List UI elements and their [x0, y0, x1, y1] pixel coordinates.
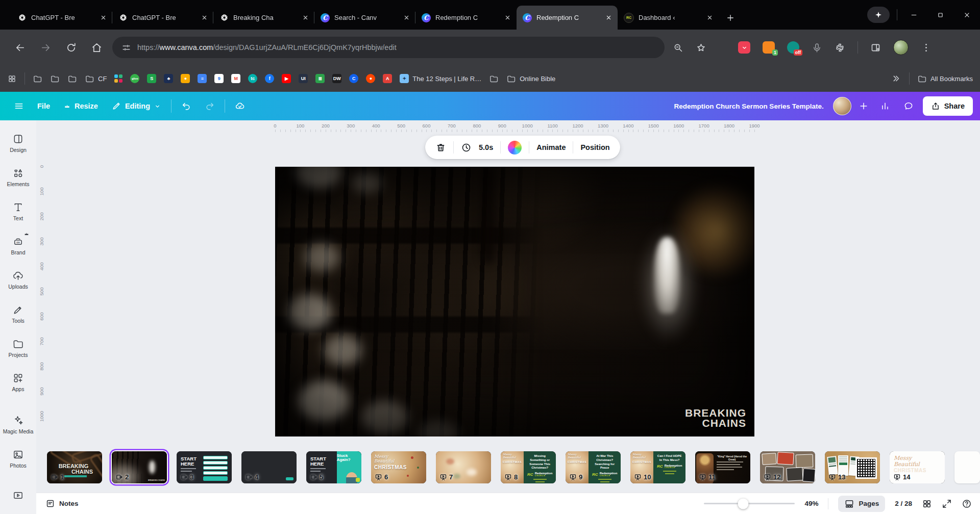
- resize-button[interactable]: Resize: [57, 96, 105, 116]
- browser-tab[interactable]: ChatGPT - Bre: [112, 6, 213, 30]
- extensions-puzzle-icon[interactable]: [835, 42, 845, 53]
- sidebar-item-elements[interactable]: Elements: [2, 162, 35, 193]
- sidebar-item-apps[interactable]: Apps: [2, 367, 35, 398]
- color-picker-button[interactable]: [508, 141, 522, 155]
- close-window-button[interactable]: [953, 0, 980, 30]
- page-thumbnail-10[interactable]: MessyBeautifulCHRISTMAS Can I Find HOPE …: [630, 451, 685, 483]
- bookmark-dw[interactable]: DW: [332, 74, 341, 83]
- bookmark-orange-app[interactable]: ●: [181, 74, 190, 83]
- sidebar-item-projects[interactable]: Projects: [2, 332, 35, 364]
- bookmark-teal-logo[interactable]: tc: [248, 74, 257, 83]
- zoom-level[interactable]: 49%: [804, 500, 818, 507]
- close-tab-icon[interactable]: [302, 14, 309, 21]
- page-thumbnail-3[interactable]: STARTHERE 3: [177, 451, 232, 483]
- bookmark-folder[interactable]: [33, 74, 42, 84]
- page-thumbnail-9[interactable]: MessyBeautifulCHRISTMAS At War This Chri…: [566, 451, 621, 483]
- sidebar-item-photos[interactable]: Photos: [2, 443, 35, 474]
- browser-tab[interactable]: Breaking Cha: [213, 6, 314, 30]
- duration-value[interactable]: 5.0s: [479, 143, 493, 151]
- all-bookmarks-button[interactable]: All Bookmarks: [917, 74, 973, 84]
- sidebar-item-brand[interactable]: coBrand: [2, 230, 35, 262]
- save-status-button[interactable]: [228, 96, 252, 116]
- design-canvas-page[interactable]: BREAKING CHAINS: [275, 167, 754, 436]
- zoom-icon[interactable]: [673, 42, 683, 53]
- page-thumbnail-8[interactable]: MessyBeautifulCHRISTMAS Missing Somethin…: [501, 451, 556, 483]
- page-thumbnail-14[interactable]: MessyBeautiful CHRISTMAS14: [890, 451, 945, 483]
- insights-button[interactable]: [876, 96, 894, 116]
- grid-view-button[interactable]: [922, 499, 932, 509]
- undo-button[interactable]: [175, 96, 198, 116]
- collaborator-avatar[interactable]: [833, 97, 851, 115]
- bookmark-folder[interactable]: [67, 74, 77, 84]
- new-tab-button[interactable]: [723, 10, 738, 25]
- help-button[interactable]: [962, 499, 972, 509]
- page-thumbnail-12[interactable]: 12: [760, 451, 815, 483]
- bookmark-reddit[interactable]: ●: [366, 74, 375, 83]
- bookmark-slack[interactable]: [114, 74, 122, 83]
- canvas-title-text[interactable]: BREAKING CHAINS: [678, 408, 746, 428]
- side-panel-icon[interactable]: [870, 42, 881, 53]
- browser-menu-icon[interactable]: [921, 42, 932, 53]
- sidebar-item-text[interactable]: Text: [2, 196, 35, 227]
- bookmark-gmail[interactable]: M: [231, 74, 240, 83]
- teal-extension-icon[interactable]: off: [787, 41, 799, 54]
- close-tab-icon[interactable]: [605, 14, 612, 21]
- bookmark-blue-c[interactable]: C: [349, 74, 358, 83]
- bookmark-red-a[interactable]: A: [383, 74, 392, 83]
- bookmark-gloo[interactable]: gloo: [130, 74, 139, 83]
- sidebar-item-partial[interactable]: [2, 480, 35, 511]
- reload-button[interactable]: [58, 36, 84, 59]
- bookmark-docs[interactable]: ≡: [198, 74, 207, 83]
- browser-tab[interactable]: ChatGPT - Bre: [11, 6, 112, 30]
- close-tab-icon[interactable]: [100, 14, 107, 21]
- close-tab-icon[interactable]: [706, 14, 714, 21]
- mic-icon[interactable]: [812, 42, 822, 53]
- page-thumbnail-partial[interactable]: [954, 451, 980, 483]
- forward-button[interactable]: [33, 36, 58, 59]
- page-thumbnail-1[interactable]: BREAKINGCHAINS 1: [47, 451, 102, 483]
- sidebar-item-magic-media[interactable]: Magic Media: [2, 408, 35, 440]
- design-title[interactable]: Redemption Church Sermon Series Template…: [674, 102, 824, 110]
- bookmark-calendar-9[interactable]: 9: [214, 74, 224, 83]
- bookmark-star-icon[interactable]: [696, 42, 706, 53]
- bookmark-folder[interactable]: [489, 74, 499, 84]
- bookmark-youtube[interactable]: ▶: [282, 74, 291, 83]
- home-button[interactable]: [84, 36, 109, 59]
- address-bar[interactable]: https://www.canva.com/design/DAG1urjZAuA…: [112, 37, 665, 58]
- browser-tab[interactable]: CSearch - Canv: [314, 6, 415, 30]
- maximize-button[interactable]: [927, 0, 953, 30]
- bookmark-steps[interactable]: ✦The 12 Steps | Life R…: [400, 74, 481, 83]
- page-thumbnail-2[interactable]: BREAKING CHAINS2: [112, 451, 167, 483]
- page-thumbnail-5[interactable]: STARTHERE Stuck Again? 5: [306, 451, 361, 483]
- bookmark-ui[interactable]: UI: [299, 74, 308, 83]
- bookmark-folder[interactable]: [50, 74, 60, 84]
- trash-icon[interactable]: [435, 142, 446, 153]
- bookmark-navy-tree[interactable]: ♣: [164, 74, 173, 83]
- page-thumbnail-7[interactable]: 7: [436, 451, 491, 483]
- bookmarks-apps-button[interactable]: [7, 74, 17, 84]
- page-thumbnail-11[interactable]: "King" Herod (Herod the Great) 11: [695, 451, 750, 483]
- sidebar-item-tools[interactable]: Tools: [2, 298, 35, 330]
- bookmarks-overflow-button[interactable]: [890, 73, 901, 84]
- zoom-slider-thumb[interactable]: [738, 498, 748, 509]
- editing-mode-button[interactable]: Editing: [105, 96, 168, 116]
- pages-toggle-button[interactable]: Pages: [838, 496, 885, 512]
- pocket-extension-icon[interactable]: [738, 41, 750, 54]
- position-button[interactable]: Position: [580, 143, 609, 151]
- fullscreen-button[interactable]: [942, 499, 952, 509]
- page-thumbnail-13[interactable]: 13: [825, 451, 880, 483]
- sidebar-item-uploads[interactable]: Uploads: [2, 264, 35, 296]
- close-tab-icon[interactable]: [403, 14, 410, 21]
- minimize-button[interactable]: [900, 0, 927, 30]
- clock-icon[interactable]: [461, 142, 472, 153]
- notes-button[interactable]: Notes: [45, 499, 79, 508]
- file-menu-button[interactable]: File: [31, 96, 57, 116]
- browser-tab[interactable]: RCDashboard ‹: [618, 6, 719, 30]
- sidebar-item-design[interactable]: Design: [2, 127, 35, 159]
- back-button[interactable]: [7, 36, 33, 59]
- redo-button[interactable]: [198, 96, 222, 116]
- page-thumbnail-4[interactable]: 4: [241, 451, 297, 483]
- bookmark-facebook[interactable]: f: [265, 74, 274, 83]
- bookmark-folder[interactable]: CF: [85, 74, 107, 84]
- animate-button[interactable]: Animate: [536, 143, 566, 151]
